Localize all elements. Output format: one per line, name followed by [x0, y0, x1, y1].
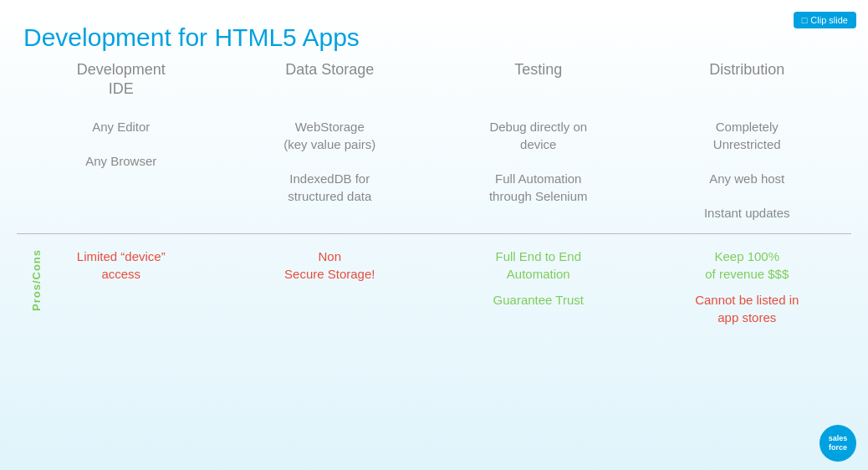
pros-cons-dist-revenue: Keep 100%of revenue $$$ [705, 248, 789, 283]
pros-cons-testing-automation: Full End to EndAutomation [495, 248, 581, 283]
pros-cons-col-distribution: Keep 100%of revenue $$$ Cannot be listed… [643, 248, 852, 326]
pros-cons-label: Pros/Cons [30, 249, 43, 311]
feature-col-dev-ide: Any Editor Any Browser [17, 118, 226, 222]
feature-any-web-host: Any web host [709, 170, 784, 187]
feature-debug-device: Debug directly ondevice [489, 118, 587, 153]
salesforce-logo: salesforce [819, 425, 856, 462]
salesforce-cloud-logo: salesforce [819, 425, 856, 462]
pros-cons-section: Pros/Cons Limited “device”access NonSecu… [17, 234, 851, 326]
feature-col-distribution: CompletelyUnrestricted Any web host Inst… [643, 118, 852, 222]
clip-slide-button[interactable]: □ Clip slide [794, 12, 856, 28]
main-table: DevelopmentIDE Data Storage Testing Dist… [17, 60, 851, 428]
pros-cons-dist-app-stores: Cannot be listed inapp stores [695, 291, 799, 326]
feature-full-automation: Full Automationthrough Selenium [489, 170, 588, 205]
feature-indexeddb: IndexedDB forstructured data [288, 170, 371, 205]
pros-cons-dev-ide: Limited “device”access [77, 248, 166, 283]
col-header-distribution: Distribution [643, 60, 852, 100]
feature-instant-updates: Instant updates [704, 204, 790, 222]
col-header-testing: Testing [434, 60, 643, 100]
pros-cons-data-storage: NonSecure Storage! [284, 248, 375, 283]
feature-webstorage: WebStorage(key value pairs) [283, 118, 375, 153]
column-headers: DevelopmentIDE Data Storage Testing Dist… [17, 60, 851, 106]
clip-button-label: Clip slide [810, 15, 848, 25]
feature-col-testing: Debug directly ondevice Full Automationt… [434, 118, 643, 222]
pros-cons-col-testing: Full End to EndAutomation Guarantee Trus… [434, 248, 643, 326]
features-section: Any Editor Any Browser WebStorage(key va… [17, 106, 851, 234]
col-header-dev-ide: DevelopmentIDE [17, 60, 226, 100]
feature-any-browser: Any Browser [85, 152, 156, 170]
feature-unrestricted: CompletelyUnrestricted [713, 118, 781, 153]
clip-icon: □ [802, 15, 808, 25]
page-title: Development for HTML5 Apps [23, 23, 360, 52]
feature-any-editor: Any Editor [92, 118, 150, 135]
pros-cons-col-dev-ide: Limited “device”access [17, 248, 226, 326]
feature-col-data-storage: WebStorage(key value pairs) IndexedDB fo… [226, 118, 435, 222]
pros-cons-col-data-storage: NonSecure Storage! [226, 248, 435, 326]
pros-cons-testing-trust: Guarantee Trust [493, 291, 584, 309]
col-header-data-storage: Data Storage [226, 60, 435, 100]
